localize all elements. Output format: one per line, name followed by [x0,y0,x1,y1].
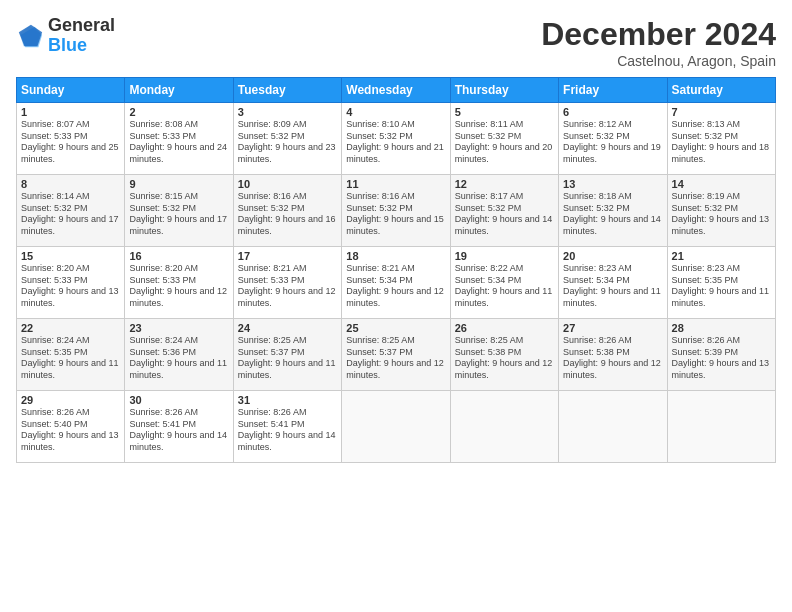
daylight-label: Daylight: 9 hours and 23 minutes. [238,142,336,164]
calendar-cell: 2 Sunrise: 8:08 AM Sunset: 5:33 PM Dayli… [125,103,233,175]
sunrise-label: Sunrise: 8:22 AM [455,263,524,273]
day-number: 17 [238,250,337,262]
sunset-label: Sunset: 5:34 PM [563,275,630,285]
calendar-cell [450,391,558,463]
day-info: Sunrise: 8:23 AM Sunset: 5:34 PM Dayligh… [563,263,662,310]
sunset-label: Sunset: 5:35 PM [21,347,88,357]
day-number: 24 [238,322,337,334]
calendar-cell: 16 Sunrise: 8:20 AM Sunset: 5:33 PM Dayl… [125,247,233,319]
sunset-label: Sunset: 5:32 PM [455,203,522,213]
sunset-label: Sunset: 5:37 PM [346,347,413,357]
daylight-label: Daylight: 9 hours and 13 minutes. [672,358,770,380]
daylight-label: Daylight: 9 hours and 16 minutes. [238,214,336,236]
calendar-cell: 29 Sunrise: 8:26 AM Sunset: 5:40 PM Dayl… [17,391,125,463]
sunrise-label: Sunrise: 8:13 AM [672,119,741,129]
daylight-label: Daylight: 9 hours and 11 minutes. [672,286,770,308]
title-section: December 2024 Castelnou, Aragon, Spain [541,16,776,69]
calendar-header-row: SundayMondayTuesdayWednesdayThursdayFrid… [17,78,776,103]
sunrise-label: Sunrise: 8:12 AM [563,119,632,129]
sunrise-label: Sunrise: 8:21 AM [238,263,307,273]
day-info: Sunrise: 8:15 AM Sunset: 5:32 PM Dayligh… [129,191,228,238]
logo-line2: Blue [48,36,115,56]
sunset-label: Sunset: 5:32 PM [672,203,739,213]
sunset-label: Sunset: 5:38 PM [563,347,630,357]
weekday-header-tuesday: Tuesday [233,78,341,103]
day-info: Sunrise: 8:07 AM Sunset: 5:33 PM Dayligh… [21,119,120,166]
calendar-cell: 9 Sunrise: 8:15 AM Sunset: 5:32 PM Dayli… [125,175,233,247]
sunset-label: Sunset: 5:32 PM [129,203,196,213]
calendar-cell: 1 Sunrise: 8:07 AM Sunset: 5:33 PM Dayli… [17,103,125,175]
calendar-cell: 18 Sunrise: 8:21 AM Sunset: 5:34 PM Dayl… [342,247,450,319]
day-info: Sunrise: 8:20 AM Sunset: 5:33 PM Dayligh… [129,263,228,310]
daylight-label: Daylight: 9 hours and 17 minutes. [21,214,119,236]
day-number: 16 [129,250,228,262]
day-info: Sunrise: 8:26 AM Sunset: 5:41 PM Dayligh… [129,407,228,454]
calendar-cell: 19 Sunrise: 8:22 AM Sunset: 5:34 PM Dayl… [450,247,558,319]
calendar-cell: 4 Sunrise: 8:10 AM Sunset: 5:32 PM Dayli… [342,103,450,175]
day-number: 28 [672,322,771,334]
weekday-header-saturday: Saturday [667,78,775,103]
daylight-label: Daylight: 9 hours and 24 minutes. [129,142,227,164]
sunset-label: Sunset: 5:36 PM [129,347,196,357]
sunrise-label: Sunrise: 8:24 AM [21,335,90,345]
sunset-label: Sunset: 5:32 PM [672,131,739,141]
sunrise-label: Sunrise: 8:17 AM [455,191,524,201]
calendar-cell: 26 Sunrise: 8:25 AM Sunset: 5:38 PM Dayl… [450,319,558,391]
weekday-header-thursday: Thursday [450,78,558,103]
calendar-cell: 22 Sunrise: 8:24 AM Sunset: 5:35 PM Dayl… [17,319,125,391]
daylight-label: Daylight: 9 hours and 21 minutes. [346,142,444,164]
calendar-week-3: 15 Sunrise: 8:20 AM Sunset: 5:33 PM Dayl… [17,247,776,319]
calendar-cell: 14 Sunrise: 8:19 AM Sunset: 5:32 PM Dayl… [667,175,775,247]
daylight-label: Daylight: 9 hours and 12 minutes. [455,358,553,380]
sunrise-label: Sunrise: 8:25 AM [238,335,307,345]
calendar-week-5: 29 Sunrise: 8:26 AM Sunset: 5:40 PM Dayl… [17,391,776,463]
day-number: 9 [129,178,228,190]
daylight-label: Daylight: 9 hours and 12 minutes. [238,286,336,308]
sunset-label: Sunset: 5:37 PM [238,347,305,357]
day-number: 20 [563,250,662,262]
day-info: Sunrise: 8:09 AM Sunset: 5:32 PM Dayligh… [238,119,337,166]
daylight-label: Daylight: 9 hours and 15 minutes. [346,214,444,236]
sunrise-label: Sunrise: 8:26 AM [21,407,90,417]
logo-text: General Blue [48,16,115,56]
location: Castelnou, Aragon, Spain [541,53,776,69]
day-number: 27 [563,322,662,334]
day-number: 30 [129,394,228,406]
day-info: Sunrise: 8:20 AM Sunset: 5:33 PM Dayligh… [21,263,120,310]
day-number: 26 [455,322,554,334]
day-number: 22 [21,322,120,334]
sunrise-label: Sunrise: 8:14 AM [21,191,90,201]
day-info: Sunrise: 8:10 AM Sunset: 5:32 PM Dayligh… [346,119,445,166]
daylight-label: Daylight: 9 hours and 11 minutes. [563,286,661,308]
daylight-label: Daylight: 9 hours and 19 minutes. [563,142,661,164]
calendar-week-2: 8 Sunrise: 8:14 AM Sunset: 5:32 PM Dayli… [17,175,776,247]
day-number: 5 [455,106,554,118]
weekday-header-monday: Monday [125,78,233,103]
calendar-cell: 10 Sunrise: 8:16 AM Sunset: 5:32 PM Dayl… [233,175,341,247]
calendar-week-1: 1 Sunrise: 8:07 AM Sunset: 5:33 PM Dayli… [17,103,776,175]
sunset-label: Sunset: 5:32 PM [238,131,305,141]
calendar-table: SundayMondayTuesdayWednesdayThursdayFrid… [16,77,776,463]
day-number: 23 [129,322,228,334]
calendar-week-4: 22 Sunrise: 8:24 AM Sunset: 5:35 PM Dayl… [17,319,776,391]
daylight-label: Daylight: 9 hours and 11 minutes. [129,358,227,380]
calendar-cell: 7 Sunrise: 8:13 AM Sunset: 5:32 PM Dayli… [667,103,775,175]
day-info: Sunrise: 8:26 AM Sunset: 5:39 PM Dayligh… [672,335,771,382]
sunrise-label: Sunrise: 8:10 AM [346,119,415,129]
day-number: 13 [563,178,662,190]
day-number: 15 [21,250,120,262]
day-number: 2 [129,106,228,118]
day-number: 6 [563,106,662,118]
sunrise-label: Sunrise: 8:21 AM [346,263,415,273]
daylight-label: Daylight: 9 hours and 12 minutes. [346,358,444,380]
calendar-cell: 24 Sunrise: 8:25 AM Sunset: 5:37 PM Dayl… [233,319,341,391]
sunrise-label: Sunrise: 8:08 AM [129,119,198,129]
sunset-label: Sunset: 5:35 PM [672,275,739,285]
daylight-label: Daylight: 9 hours and 17 minutes. [129,214,227,236]
day-info: Sunrise: 8:11 AM Sunset: 5:32 PM Dayligh… [455,119,554,166]
day-number: 4 [346,106,445,118]
day-info: Sunrise: 8:25 AM Sunset: 5:37 PM Dayligh… [346,335,445,382]
day-number: 3 [238,106,337,118]
day-info: Sunrise: 8:16 AM Sunset: 5:32 PM Dayligh… [346,191,445,238]
calendar-cell: 12 Sunrise: 8:17 AM Sunset: 5:32 PM Dayl… [450,175,558,247]
